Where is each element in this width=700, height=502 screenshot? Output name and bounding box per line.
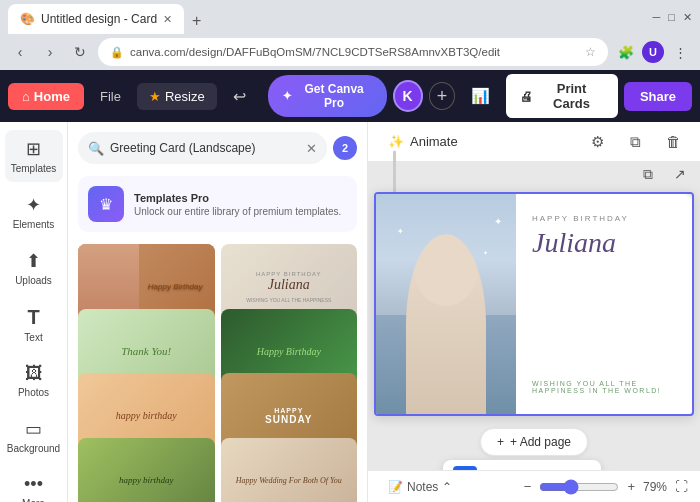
chevron-up-icon: ⌃ (442, 480, 452, 494)
template-item[interactable]: happy birthday (78, 438, 215, 503)
zoom-in-button[interactable]: + (627, 479, 635, 494)
settings-icon-button[interactable]: ⚙ (582, 127, 612, 157)
add-page-button[interactable]: + + Add page (480, 428, 588, 456)
canvas-toolbar: ✨ Animate ⚙ ⧉ 🗑 (368, 122, 700, 162)
analytics-button[interactable]: 📊 (461, 81, 500, 111)
home-icon: ⌂ (22, 89, 30, 104)
print-cards-button[interactable]: 🖨 Print Cards (506, 74, 618, 118)
text-icon: T (27, 306, 39, 329)
sidebar-item-text[interactable]: T Text (5, 298, 63, 351)
share-button[interactable]: Share (624, 82, 692, 111)
sidebar-label-more: More (22, 498, 45, 502)
notes-button[interactable]: 📝 Notes ⌃ (380, 476, 460, 498)
notification-badge[interactable]: 2 (333, 136, 357, 160)
templates-icon: ⊞ (26, 138, 41, 160)
animate-button[interactable]: ✨ Animate (380, 130, 466, 153)
sidebar: ⊞ Templates ✦ Elements ⬆ Uploads T Text … (0, 122, 68, 502)
account-button[interactable]: U (642, 41, 664, 63)
tab-title: Untitled design - Card (41, 12, 157, 26)
search-icon: 🔍 (88, 141, 104, 156)
card-text-content: Happy Birthday Juliana WISHING YOU ALL T… (516, 194, 692, 414)
fullscreen-button[interactable]: ⛶ (675, 479, 688, 494)
tab-close-icon[interactable]: ✕ (163, 13, 172, 26)
browser-tab[interactable]: 🎨 Untitled design - Card ✕ (8, 4, 184, 34)
search-input[interactable] (110, 141, 300, 155)
settings-button[interactable]: ⋮ (668, 40, 692, 64)
search-clear-button[interactable]: ✕ (306, 141, 317, 156)
pro-banner[interactable]: ♛ Templates Pro Unlock our entire librar… (78, 176, 357, 232)
add-collaborator-button[interactable]: + (429, 82, 455, 110)
pro-banner-title: Templates Pro (134, 192, 341, 204)
sidebar-item-background[interactable]: ▭ Background (5, 410, 63, 462)
sparkle-icon: ✨ (388, 134, 404, 149)
zoom-out-button[interactable]: − (524, 479, 532, 494)
card-subtitle: Happy Birthday (532, 214, 676, 223)
crown-icon: ♛ (99, 195, 113, 214)
export-card-button[interactable]: ↗ (666, 162, 694, 188)
user-avatar[interactable]: K (393, 80, 423, 112)
pro-banner-icon: ♛ (88, 186, 124, 222)
new-tab-button[interactable]: + (184, 8, 209, 34)
templates-panel: 🔍 ✕ 2 ♛ Templates Pro Unlock our entire … (68, 122, 368, 502)
sidebar-label-elements: Elements (13, 219, 55, 230)
undo-button[interactable]: ↩ (223, 81, 256, 112)
sidebar-item-uploads[interactable]: ⬆ Uploads (5, 242, 63, 294)
copy-button[interactable]: ⧉ (620, 127, 650, 157)
canvas-scroll[interactable]: ⧉ ↗ ↻ (368, 162, 700, 470)
maximize-icon: □ (668, 11, 675, 23)
forward-button[interactable]: › (38, 40, 62, 64)
sidebar-item-elements[interactable]: ✦ Elements (5, 186, 63, 238)
url-bar[interactable]: 🔒 canva.com/design/DAFFuBqOmSM/7NCL9CDTS… (98, 38, 608, 66)
close-icon: ✕ (683, 11, 692, 24)
minimize-icon: ─ (653, 11, 661, 23)
notes-icon: 📝 (388, 480, 403, 494)
plus-icon: + (497, 435, 504, 449)
file-button[interactable]: File (90, 83, 131, 110)
uploads-icon: ⬆ (26, 250, 41, 272)
card-message: WISHING YOU ALL THE HAPPINESS IN THE WOR… (532, 350, 676, 394)
sidebar-item-more[interactable]: ••• More (5, 466, 63, 502)
printer-icon: 🖨 (520, 89, 533, 104)
card-photo: ✦ ✦ ✦ (376, 194, 516, 414)
bottom-bar: 📝 Notes ⌃ − + 79% ⛶ (368, 470, 700, 502)
url-text: canva.com/design/DAFFuBqOmSM/7NCL9CDTSeR… (130, 46, 579, 58)
background-icon: ▭ (25, 418, 42, 440)
sidebar-label-text: Text (24, 332, 42, 343)
watermark: W TheWindowsClub (443, 460, 602, 470)
pro-banner-subtitle: Unlock our entire library of premium tem… (134, 206, 341, 217)
zoom-slider[interactable] (539, 479, 619, 495)
sidebar-label-templates: Templates (11, 163, 57, 174)
zoom-level: 79% (643, 480, 667, 494)
card-title: Juliana (532, 227, 676, 259)
rotate-handle[interactable]: ↻ (686, 192, 694, 198)
star-icon: ✦ (282, 89, 292, 103)
template-item[interactable]: Happy Wedding For Both Of You (221, 438, 358, 503)
copy-card-button[interactable]: ⧉ (634, 162, 662, 188)
resize-button[interactable]: ★ Resize (137, 83, 217, 110)
template-grid: Happy Birthday HAPPY BIRTHDAY Juliana WI… (68, 238, 367, 502)
sidebar-item-templates[interactable]: ⊞ Templates (5, 130, 63, 182)
back-button[interactable]: ‹ (8, 40, 32, 64)
get-pro-button[interactable]: ✦ Get Canva Pro (268, 75, 387, 117)
tab-favicon: 🎨 (20, 12, 35, 26)
photos-icon: 🖼 (25, 363, 43, 384)
sidebar-label-background: Background (7, 443, 60, 454)
more-icon: ••• (24, 474, 43, 495)
delete-button[interactable]: 🗑 (658, 127, 688, 157)
refresh-button[interactable]: ↻ (68, 40, 92, 64)
watermark-icon: W (453, 466, 477, 470)
elements-icon: ✦ (26, 194, 41, 216)
sidebar-label-uploads: Uploads (15, 275, 52, 286)
canvas-area: ✨ Animate ⚙ ⧉ 🗑 ⧉ ↗ ↻ (368, 122, 700, 502)
lock-icon: 🔒 (110, 46, 124, 59)
sidebar-item-photos[interactable]: 🖼 Photos (5, 355, 63, 406)
extensions-button[interactable]: 🧩 (614, 40, 638, 64)
resize-icon: ★ (149, 89, 161, 104)
card-canvas: ↻ (374, 192, 694, 416)
file-label: File (100, 89, 121, 104)
search-input-wrap[interactable]: 🔍 ✕ (78, 132, 327, 164)
home-button[interactable]: ⌂ Home (8, 83, 84, 110)
sidebar-label-photos: Photos (18, 387, 49, 398)
star-icon[interactable]: ☆ (585, 45, 596, 59)
